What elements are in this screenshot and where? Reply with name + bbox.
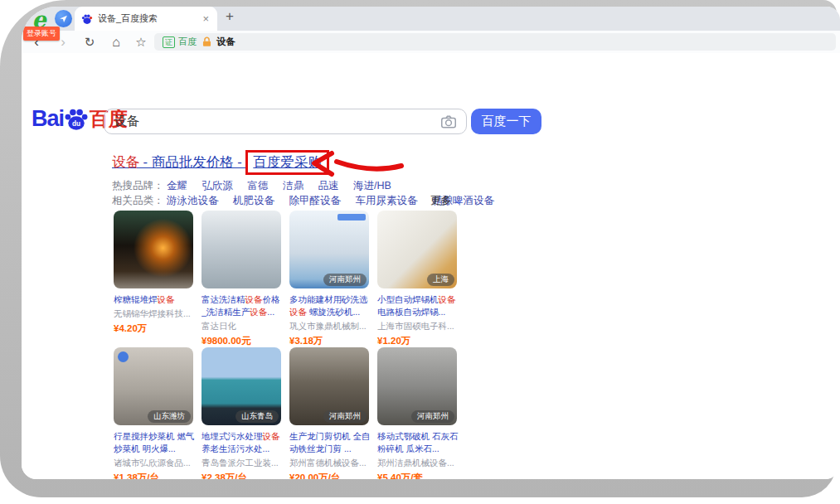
brand-link[interactable]: 金耀	[167, 180, 187, 191]
result-title-mid: - 商品批发价格 -	[139, 154, 245, 169]
brand-link[interactable]: 品速	[318, 180, 338, 191]
location-badge: 山东潍坊	[148, 410, 191, 423]
product-price: ¥5.40万/套	[377, 472, 457, 479]
hot-brands-label: 热搜品牌：	[112, 180, 164, 191]
new-tab-button[interactable]: +	[226, 8, 234, 25]
product-title[interactable]: 行星搅拌炒菜机 燃气炒菜机 明火爆...	[114, 430, 195, 455]
result-title-link[interactable]: 设备 - 商品批发价格 - 百度爱采购	[112, 150, 329, 175]
bookmark-star-icon[interactable]: ☆	[133, 31, 149, 53]
browser-toolbar: ‹ › ↻ ⌂ ☆ 证 百度 设备	[22, 31, 840, 54]
baidu-favicon-icon	[81, 13, 93, 25]
location-badge: 河南郑州	[323, 274, 367, 286]
product-image[interactable]	[114, 211, 193, 288]
product-title[interactable]: 多功能建材用砂洗选设备 螺旋洗砂机...	[289, 293, 371, 318]
product-title[interactable]: 生产龙门剪切机 全自动铁丝龙门剪 ...	[289, 430, 371, 455]
svg-text:du: du	[72, 120, 80, 128]
product-image[interactable]: 河南郑州	[289, 347, 369, 425]
baidu-paw-icon: du	[64, 107, 89, 132]
categories-label: 相关品类：	[112, 195, 164, 206]
product-price: ¥4.20万	[114, 322, 193, 335]
product-image[interactable]	[202, 211, 281, 288]
product-company: 富达日化	[202, 321, 283, 332]
more-button[interactable]: 更多	[430, 194, 460, 208]
brand-link[interactable]: 富德	[247, 180, 268, 191]
refresh-icon[interactable]: ↻	[81, 31, 98, 53]
annotation-arrow-icon	[307, 149, 405, 179]
product-image[interactable]: 山东潍坊	[114, 347, 193, 425]
tab-close-icon[interactable]: ×	[201, 12, 211, 25]
brand-link[interactable]: 洁鼎	[283, 180, 303, 191]
brand-link[interactable]: 海进/HB	[353, 180, 391, 191]
product-title[interactable]: 榨糖辊堆焊设备	[114, 293, 195, 306]
browser-window: e 设备_百度搜索 × + 登录账号 ‹ › ↻ ⌂ ☆ 证 百度 设备 Bai…	[22, 7, 840, 479]
more-label: 更多	[430, 195, 451, 206]
product-title[interactable]: 小型自动焊锡机设备 电路板自动焊锡...	[377, 293, 459, 318]
lock-warning-icon	[202, 36, 212, 47]
category-link[interactable]: 机肥设备	[233, 195, 274, 206]
product-price: ¥3.18万	[289, 335, 369, 347]
cert-badge: 证	[163, 36, 175, 48]
product-card[interactable]: 榨糖辊堆焊设备 无锡锦华焊接科技... ¥4.20万	[114, 211, 193, 347]
product-company: 郑州富德机械设备...	[289, 458, 371, 469]
tab-bar: e 设备_百度搜索 × + 登录账号	[22, 7, 840, 31]
send-paper-plane-icon[interactable]	[55, 10, 72, 27]
address-query-text: 设备	[216, 36, 235, 48]
product-image[interactable]: 山东青岛	[202, 347, 281, 425]
camera-icon[interactable]	[441, 115, 456, 128]
location-badge: 河南郑州	[411, 410, 454, 423]
product-row-1: 榨糖辊堆焊设备 无锡锦华焊接科技... ¥4.20万 富达洗洁精设备价格_洗洁精…	[114, 211, 465, 347]
category-link[interactable]: 车用尿素设备	[355, 195, 417, 206]
product-price: ¥2.38万/台	[202, 472, 281, 479]
product-image[interactable]: 河南郑州	[289, 211, 369, 288]
product-card[interactable]: 山东青岛 地埋式污水处理设备 养老生活污水处... 青岛鲁派尔工业装... ¥2…	[202, 347, 281, 479]
product-price: ¥1.20万	[377, 335, 457, 347]
product-company: 青岛鲁派尔工业装...	[202, 458, 283, 469]
baidu-logo-bai: Bai	[32, 106, 64, 132]
home-icon[interactable]: ⌂	[108, 31, 124, 53]
location-badge: 山东青岛	[235, 410, 279, 423]
search-input[interactable]: 设备	[104, 109, 467, 134]
site-name: 百度	[178, 36, 197, 48]
product-price: ¥20.00万/台	[289, 472, 369, 479]
active-tab[interactable]: 设备_百度搜索 ×	[75, 7, 217, 31]
product-card[interactable]: 上海 小型自动焊锡机设备 电路板自动焊锡... 上海市固硕电子科... ¥1.2…	[377, 211, 457, 347]
product-card[interactable]: 河南郑州 移动式鄂破机 石灰石粉碎机 瓜米石... 郑州洁鼎机械设备... ¥5…	[377, 347, 457, 479]
company-logo-dot	[118, 351, 129, 362]
search-input-value: 设备	[114, 114, 441, 129]
brand-link[interactable]: 弘欣源	[202, 180, 233, 191]
product-row-2: 山东潍坊 行星搅拌炒菜机 燃气炒菜机 明火爆... 诸城市弘欣源食品... ¥1…	[114, 347, 465, 479]
location-badge: 河南郑州	[323, 410, 367, 423]
product-card[interactable]: 河南郑州 生产龙门剪切机 全自动铁丝龙门剪 ... 郑州富德机械设备... ¥2…	[289, 347, 369, 479]
hot-brands-row: 热搜品牌： 金耀 弘欣源 富德 洁鼎 品速 海进/HB	[112, 179, 403, 193]
address-bar[interactable]: 证 百度 设备	[154, 33, 836, 51]
product-price: ¥9800.00元	[202, 335, 281, 347]
product-card[interactable]: 山东潍坊 行星搅拌炒菜机 燃气炒菜机 明火爆... 诸城市弘欣源食品... ¥1…	[114, 347, 193, 479]
product-company: 无锡锦华焊接科技...	[114, 308, 195, 320]
product-company: 巩义市豫鼎机械制...	[289, 321, 371, 332]
product-image[interactable]: 河南郑州	[377, 347, 457, 425]
login-account-badge[interactable]: 登录账号	[23, 27, 60, 41]
product-image[interactable]: 上海	[377, 211, 457, 288]
promo-pill	[337, 214, 366, 220]
product-title[interactable]: 富达洗洁精设备价格_洗洁精生产设备...	[202, 293, 283, 318]
product-price: ¥1.38万/台	[114, 472, 193, 479]
baidu-search-button[interactable]: 百度一下	[471, 109, 541, 134]
result-title-query: 设备	[112, 154, 139, 169]
category-link[interactable]: 游泳池设备	[167, 195, 219, 206]
product-company: 上海市固硕电子科...	[377, 321, 459, 332]
product-title[interactable]: 地埋式污水处理设备 养老生活污水处...	[202, 430, 283, 455]
category-link[interactable]: 除甲醛设备	[289, 195, 341, 206]
product-company: 郑州洁鼎机械设备...	[377, 458, 459, 469]
location-badge: 上海	[427, 274, 454, 286]
product-company: 诸城市弘欣源食品...	[114, 458, 195, 469]
page-content: Bai du 百度 设备 百度一下 设备 - 商品批发价格 - 百度爱采购 热搜…	[22, 53, 840, 479]
product-card[interactable]: 河南郑州 多功能建材用砂洗选设备 螺旋洗砂机... 巩义市豫鼎机械制... ¥3…	[289, 211, 369, 347]
product-card[interactable]: 富达洗洁精设备价格_洗洁精生产设备... 富达日化 ¥9800.00元	[202, 211, 281, 347]
product-title[interactable]: 移动式鄂破机 石灰石粉碎机 瓜米石...	[377, 430, 459, 455]
tab-title: 设备_百度搜索	[98, 12, 201, 25]
